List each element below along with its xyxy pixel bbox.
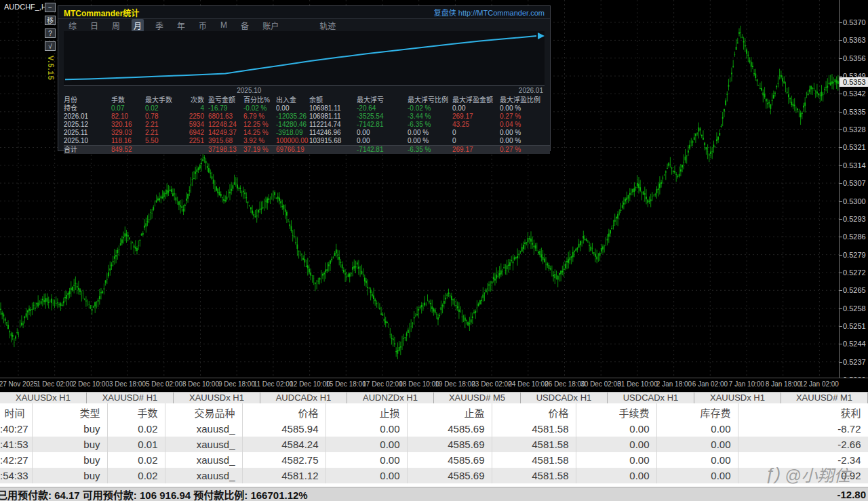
monthly-stats-table: 月份手数最大手数次数盈亏金额百分比%出入金余额最大浮亏最大浮亏比例最大浮盈金额最… — [64, 96, 550, 154]
stat-cell: 269.17 — [452, 146, 500, 154]
order-cell: buy — [32, 437, 107, 452]
price-axis[interactable]: 0.53700.53630.53560.53490.53420.53350.53… — [839, 0, 868, 378]
orders-column-header[interactable]: 类型 — [32, 403, 107, 421]
order-cell: xauusd_ — [165, 421, 242, 437]
stats-row: 2025.11329.032.21694214249.3714.25 %-391… — [64, 129, 550, 137]
stat-cell: 118.16 — [111, 137, 145, 145]
move-button[interactable]: 移 — [45, 16, 56, 25]
panel-menu-item[interactable]: 年 — [175, 19, 187, 32]
minimize-button[interactable]: − — [45, 3, 56, 12]
chart-tab[interactable]: XAUUSD# H1 — [86, 393, 173, 404]
chart-side-buttons: − 移 ? √ — [45, 3, 57, 54]
time-axis-label: 18 Dec 10:00 — [399, 380, 439, 388]
equity-x-label: 2025.10 — [237, 87, 261, 94]
price-axis-label: 0.5279 — [843, 251, 866, 259]
time-axis[interactable]: 27 Nov 20251 Dec 02:002 Dec 10:003 Dec 1… — [0, 378, 868, 390]
chart-tab[interactable]: XAUUSDx H1 — [173, 393, 260, 404]
order-cell: 0.00 — [656, 421, 738, 437]
panel-menu: 综日周月季年币M备账户轨迹 — [58, 19, 550, 31]
panel-menu-item[interactable]: 轨迹 — [317, 19, 338, 32]
panel-titlebar: MTCommander统计 复盘侠 http://MTCommander.com — [58, 6, 550, 19]
price-tick — [840, 201, 842, 202]
order-cell: 4585.94 — [242, 421, 326, 437]
stat-cell — [182, 146, 208, 154]
orders-column-header[interactable]: 获利 — [738, 403, 868, 421]
check-button[interactable]: √ — [45, 41, 56, 51]
chart-tab[interactable]: XAUUSDx H1 — [694, 393, 781, 404]
equity-x-axis: 2025.102026.01 — [64, 85, 545, 95]
stat-cell: 2025.11 — [64, 129, 111, 137]
table-row[interactable]: :40:27buy0.02xauusd_4585.940.004585.6945… — [0, 421, 868, 437]
time-axis-label: 12 Jan 02:00 — [800, 380, 839, 388]
price-tick — [840, 237, 842, 237]
order-cell: 4585.69 — [407, 452, 492, 468]
table-row[interactable]: :54:33buy0.02xauusd_4581.120.004585.6945… — [0, 468, 868, 483]
chart-tab[interactable]: AUDNZDx H1 — [347, 393, 433, 404]
panel-menu-item[interactable]: 月 — [132, 19, 144, 32]
orders-column-header[interactable]: 时间 — [0, 403, 32, 421]
stat-cell: -3918.09 — [276, 129, 309, 137]
time-axis-label: 11 Dec 02:00 — [254, 380, 294, 388]
orders-column-header[interactable]: 止盈 — [407, 403, 492, 421]
order-cell: 4582.75 — [242, 452, 326, 468]
orders-column-header[interactable]: 手续费 — [576, 403, 656, 421]
panel-menu-item[interactable]: 综 — [66, 19, 79, 32]
orders-column-header[interactable]: 止损 — [326, 403, 407, 421]
order-cell: 4581.12 — [242, 468, 326, 483]
stat-cell: 0.00 % — [500, 137, 542, 145]
price-axis-label: 0.5370 — [843, 18, 866, 26]
chart-tab[interactable]: XAUUSD# M5 — [433, 393, 520, 404]
time-axis-label: 8 Jan 18:00 — [766, 380, 801, 388]
orders-column-header[interactable]: 库存费 — [656, 403, 738, 421]
chart-tab[interactable]: XAUUSDx H1 — [0, 393, 86, 404]
panel-menu-item[interactable]: M — [218, 20, 229, 31]
stat-cell: 0.02 — [145, 104, 182, 113]
order-cell: 0.02 — [107, 468, 165, 483]
stat-cell: 106981.11 — [309, 104, 357, 113]
price-tick — [840, 290, 842, 291]
chart-tab[interactable]: USDCADx H1 — [520, 393, 607, 404]
stat-cell: 0.00 % — [500, 104, 542, 113]
panel-menu-item[interactable]: 季 — [153, 19, 165, 32]
panel-link[interactable]: 复盘侠 http://MTCommander.com — [434, 7, 545, 18]
stat-cell: 3.92 % — [243, 137, 276, 145]
stat-cell — [309, 146, 357, 154]
time-axis-label: 9 Dec 18:00 — [218, 380, 255, 388]
stat-cell: 0.00 % — [408, 137, 452, 145]
stat-cell: 320.16 — [111, 121, 145, 129]
margin-status-text: 已用预付款: 64.17 可用预付款: 106 916.94 预付款比例: 16… — [0, 487, 308, 501]
price-axis-label: 0.5321 — [843, 143, 866, 151]
stat-cell: 103915.68 — [309, 137, 357, 145]
price-axis-label: 0.5356 — [843, 54, 866, 62]
price-tick — [840, 94, 842, 94]
orders-column-header[interactable]: 价格 — [242, 403, 326, 421]
panel-menu-item[interactable]: 周 — [110, 19, 122, 32]
price-axis-label: 0.5342 — [843, 89, 866, 98]
chart-tab[interactable]: XAUUSD# M1 — [781, 393, 867, 404]
orders-column-header[interactable]: 价格 — [492, 403, 576, 421]
help-button[interactable]: ? — [45, 28, 56, 38]
price-axis-label: 0.5237 — [843, 358, 866, 366]
stat-cell: 5934 — [182, 121, 208, 129]
table-row[interactable]: :42:27buy0.02xauusd_4582.750.004585.6945… — [0, 452, 868, 468]
order-cell: :40:27 — [0, 421, 32, 437]
panel-menu-item[interactable]: 币 — [197, 19, 209, 32]
price-axis-label: 0.5272 — [843, 268, 866, 277]
table-row[interactable]: :41:53buy0.01xauusd_4584.240.004585.6945… — [0, 437, 868, 452]
price-tick — [840, 183, 842, 184]
chart-tab[interactable]: AUDCADx H1 — [260, 393, 347, 404]
orders-column-header[interactable]: 交易品种 — [165, 403, 242, 421]
panel-menu-item[interactable]: 账户 — [260, 19, 281, 32]
price-axis-label: 0.5258 — [843, 304, 866, 313]
panel-menu-item[interactable]: 备 — [239, 19, 251, 32]
stat-cell: 0 — [452, 129, 500, 137]
chart-tab[interactable]: USDCADx H1 — [607, 393, 694, 404]
price-tick — [840, 344, 842, 344]
price-axis-label: 0.5300 — [843, 197, 866, 205]
orders-table: 时间类型手数交易品种价格止损止盈价格手续费库存费获利 :40:27buy0.02… — [0, 403, 868, 483]
stat-cell: 6801.63 — [208, 113, 243, 121]
stat-cell: 2251 — [182, 137, 208, 145]
panel-menu-item[interactable]: 日 — [88, 19, 100, 32]
orders-column-header[interactable]: 手数 — [107, 403, 165, 421]
stat-cell: -20.64 — [357, 104, 408, 113]
